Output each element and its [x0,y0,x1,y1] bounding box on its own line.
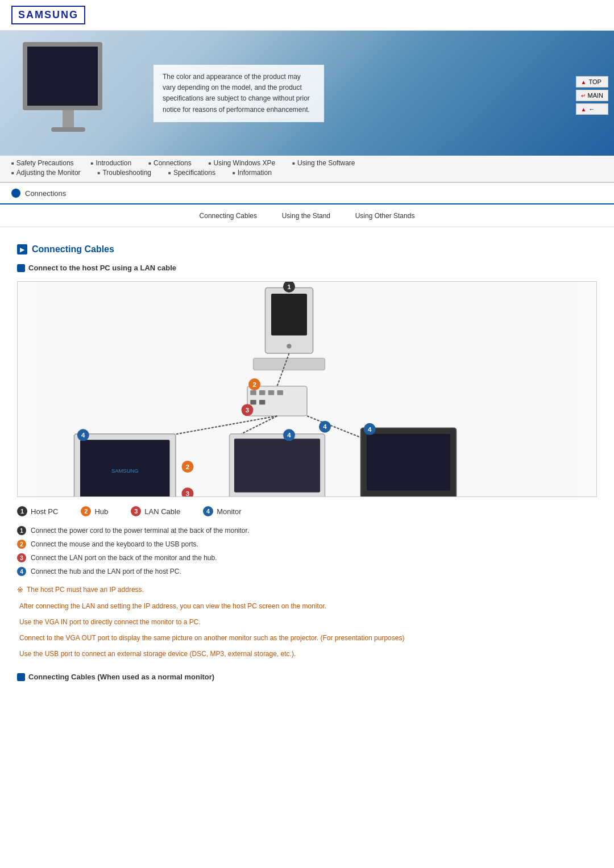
sub-nav-other-stands[interactable]: Using Other Stands [355,212,415,220]
legend-label-1: Host PC [31,507,58,516]
nav-introduction[interactable]: Introduction [91,159,132,167]
back-label: ← [588,106,595,112]
sub-section-title: Connect to the host PC using a LAN cable [17,264,597,272]
info-para-4: Use the USB port to connect an external … [17,649,597,659]
svg-text:2: 2 [186,464,189,470]
instr-text-4: Connect the hub and the LAN port of the … [31,566,181,577]
svg-rect-8 [250,390,256,395]
svg-point-3 [287,344,291,348]
info-para-1: After connecting the LAN and setting the… [17,601,597,611]
instr-text-3: Connect the LAN port on the back of the … [31,553,217,563]
instruction-3: 3 Connect the LAN port on the back of th… [17,553,597,563]
legend-item-4: 4 Monitor [203,506,241,516]
svg-rect-9 [259,390,265,395]
nav-adjusting[interactable]: Adjusting the Monitor [11,169,81,177]
sub-section-title-text: Connect to the host PC using a LAN cable [28,264,176,272]
svg-text:2: 2 [252,381,256,388]
top-button[interactable]: ▲ TOP [576,76,609,87]
top-arrow-icon: ▲ [581,79,587,85]
svg-rect-11 [277,390,284,395]
nav-safety[interactable]: Safety Precautions [11,159,74,167]
svg-rect-2 [271,294,307,336]
sub-nav: Connecting Cables Using the Stand Using … [0,205,614,227]
svg-rect-12 [250,400,256,404]
main-label: MAIN [588,92,604,99]
diagram-svg: 1 2 3 SAMSUNG [18,282,596,496]
legend-item-2: 2 Hub [81,506,108,516]
instruction-4: 4 Connect the hub and the LAN port of th… [17,566,597,577]
nav-windows[interactable]: Using Windows XPe [209,159,276,167]
sub-nav-connecting[interactable]: Connecting Cables [200,212,257,220]
info-para-3: Connect to the VGA OUT port to display t… [17,633,597,643]
banner-nav-buttons: ▲ TOP ↵ MAIN ▲ ← [576,76,609,115]
legend-label-4: Monitor [217,507,241,516]
svg-text:3: 3 [246,407,249,414]
monitor-base [51,127,85,132]
svg-text:4: 4 [368,426,372,433]
nav-row-1: Safety Precautions Introduction Connecti… [11,159,603,167]
svg-text:3: 3 [186,490,189,496]
breadcrumb-label: Connections [25,189,66,198]
legend: 1 Host PC 2 Hub 3 LAN Cable 4 Monitor [17,506,597,516]
nav-connections[interactable]: Connections [148,159,192,167]
svg-text:4: 4 [287,432,291,439]
instruction-1: 1 Connect the power cord to the power te… [17,525,597,536]
sub-section-title-text-2: Connecting Cables (When used as a normal… [28,673,214,681]
legend-item-1: 1 Host PC [17,506,58,516]
monitor-image [23,42,102,110]
legend-label-3: LAN Cable [144,507,180,516]
header: SAMSUNG [0,0,614,31]
sub-section-icon [17,264,25,272]
svg-rect-4 [254,358,325,370]
svg-text:4: 4 [81,432,85,439]
instr-num-4: 4 [17,567,26,576]
main-button[interactable]: ↵ MAIN [576,90,609,101]
samsung-logo: SAMSUNG [11,6,85,24]
banner-text: The color and appearance of the product … [154,65,324,122]
banner: The color and appearance of the product … [0,31,614,156]
main-arrow-icon: ↵ [581,93,586,99]
legend-num-2: 2 [81,506,91,516]
svg-text:SAMSUNG: SAMSUNG [111,468,139,474]
instr-num-3: 3 [17,553,26,562]
note: ※ The host PC must have an IP address. [17,586,597,594]
back-button[interactable]: ▲ ← [576,103,609,115]
nav-row-2: Adjusting the Monitor Troubleshooting Sp… [11,169,603,177]
section-divider: Connecting Cables (When used as a normal… [17,673,597,681]
nav-information[interactable]: Information [233,169,272,177]
note-text: The host PC must have an IP address. [27,586,144,594]
sub-section-title-2: Connecting Cables (When used as a normal… [17,673,597,681]
svg-rect-10 [268,390,275,395]
instr-text-1: Connect the power cord to the power term… [31,525,249,536]
svg-rect-37 [367,434,450,491]
legend-item-3: 3 LAN Cable [131,506,180,516]
note-symbol: ※ [17,586,23,594]
nav-menu: Safety Precautions Introduction Connecti… [0,156,614,183]
main-content: ▶ Connecting Cables Connect to the host … [0,239,614,707]
back-arrow-icon: ▲ [581,106,587,112]
nav-specifications[interactable]: Specifications [168,169,215,177]
svg-rect-46 [234,439,320,493]
legend-label-2: Hub [94,507,108,516]
svg-rect-13 [259,400,265,404]
instr-num-2: 2 [17,540,26,549]
instruction-list: 1 Connect the power cord to the power te… [17,525,597,577]
section-title-text: Connecting Cables [32,244,114,254]
legend-num-3: 3 [131,506,141,516]
instr-num-1: 1 [17,526,26,535]
breadcrumb-icon [11,189,20,198]
connection-diagram: 1 2 3 SAMSUNG [17,281,597,497]
monitor-stand [63,110,74,127]
legend-num-4: 4 [203,506,213,516]
section-title-icon: ▶ [17,244,27,254]
instruction-2: 2 Connect the mouse and the keyboard to … [17,539,597,549]
breadcrumb: Connections [0,183,614,205]
section-title: ▶ Connecting Cables [17,244,597,254]
top-label: TOP [588,78,601,85]
instr-text-2: Connect the mouse and the keyboard to th… [31,539,198,549]
nav-software[interactable]: Using the Software [292,159,355,167]
nav-troubleshooting[interactable]: Troubleshooting [98,169,151,177]
sub-nav-stand[interactable]: Using the Stand [282,212,330,220]
legend-num-1: 1 [17,506,27,516]
banner-monitor [23,42,114,144]
